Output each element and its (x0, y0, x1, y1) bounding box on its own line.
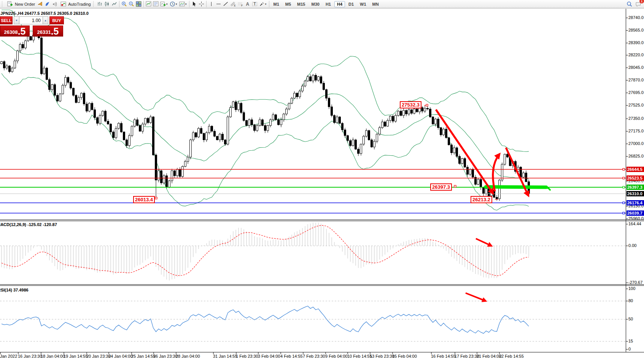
price-axis-tick[interactable]: 28390.0 (628, 40, 644, 45)
volume-decrease-button[interactable]: ▼ (14, 16, 19, 24)
chevron-down-icon[interactable]: ▼ (185, 3, 187, 5)
time-axis-tick[interactable]: 16 Jan 23:30 (18, 354, 42, 358)
publisher-icon[interactable] (37, 0, 44, 8)
time-axis-tick[interactable]: 15 Feb 04:00 (392, 354, 417, 358)
indicators-icon[interactable] (145, 0, 152, 8)
price-axis-tick[interactable]: 28740.0 (628, 15, 644, 20)
text-label-icon[interactable]: T (251, 0, 258, 8)
macd-scale-tick: -270.67 (628, 280, 642, 285)
price-axis-tick[interactable]: 26825.0 (628, 154, 644, 158)
fibonacci-icon[interactable]: E (229, 0, 237, 8)
crosshair-icon[interactable] (198, 0, 205, 8)
time-axis-tick[interactable]: 31 Jan 14:55 (213, 354, 237, 358)
timeframe-m1[interactable]: M1 (271, 1, 282, 7)
time-axis-tick[interactable]: 20 Jan 23:30 (86, 354, 111, 358)
macd-scale-tick: 0.00 (628, 243, 636, 248)
new-order-icon (6, 0, 14, 8)
candlestick-chart-icon[interactable] (103, 0, 111, 8)
rsi-scale-tick: 0 (628, 347, 631, 351)
search-icon[interactable] (626, 0, 633, 8)
price-axis-tick[interactable]: 28045.0 (628, 65, 644, 70)
autotrading-icon (60, 0, 67, 8)
time-axis-tick[interactable]: 7 Feb 23:30 (303, 354, 325, 358)
buy-price-display[interactable]: 26331 .5 (33, 25, 63, 37)
time-axis-tick[interactable]: Jan 2022 (0, 354, 17, 358)
price-annotation[interactable]: 26213.2 (471, 196, 492, 203)
time-axis-tick[interactable]: 26 Jan 23:30 (153, 354, 178, 358)
chevron-down-icon[interactable]: ▼ (175, 3, 178, 5)
cursor-icon[interactable] (191, 0, 198, 8)
chart-canvas[interactable] (0, 0, 644, 360)
price-axis-tick[interactable]: 28565.0 (628, 28, 644, 32)
volume-increase-button[interactable]: ▲ (43, 16, 48, 24)
new-order-button[interactable]: New Order (5, 0, 37, 8)
chevron-down-icon[interactable]: ▼ (166, 3, 168, 5)
toolbar-separator (269, 1, 269, 7)
price-axis-tick[interactable]: 27175.0 (628, 129, 644, 133)
buy-button[interactable]: BUY (49, 16, 64, 24)
timeframe-h1[interactable]: H1 (323, 1, 334, 7)
price-axis-tick[interactable]: 27525.0 (628, 103, 644, 107)
volume-input[interactable] (19, 16, 43, 24)
time-axis-tick[interactable]: 18 Jan 04:00 (41, 354, 65, 358)
autotrading-button[interactable]: AutoTrading (58, 0, 92, 8)
horizontal-line-icon[interactable] (215, 0, 222, 8)
rsi-label: RSI(14) 37.4986 (0, 288, 29, 292)
price-axis-tick[interactable]: 25960.0 (628, 216, 644, 221)
time-axis-tick[interactable]: 28 Jan 04:00 (176, 354, 200, 358)
price-annotation[interactable]: 26013.4 (133, 196, 155, 203)
text-icon[interactable]: A (244, 0, 251, 8)
zoom-in-icon[interactable] (121, 0, 128, 8)
line-chart-icon[interactable] (111, 0, 118, 8)
timeframe-m15[interactable]: M15 (294, 1, 308, 7)
price-annotation[interactable]: 27532.3 (400, 101, 421, 108)
timeframe-w1[interactable]: W1 (357, 1, 369, 7)
time-axis-tick[interactable]: 13 Feb 23:30 (370, 354, 394, 358)
price-axis-tick[interactable]: 28220.0 (628, 53, 644, 57)
price-tag: 26644.5 (627, 167, 644, 172)
sell-button[interactable]: SELL (0, 16, 13, 24)
price-axis-tick[interactable]: 27695.0 (628, 90, 644, 95)
time-axis-tick[interactable]: 24 Jan 04:00 (108, 354, 133, 358)
trendline-icon[interactable] (222, 0, 229, 8)
indicator-list-icon[interactable] (152, 0, 159, 8)
time-axis-tick[interactable]: 9 Feb 04:00 (325, 354, 348, 358)
time-axis-tick[interactable]: 22 Feb 14:55 (499, 354, 524, 358)
buy-label: BUY (52, 18, 61, 23)
timeframe-h4[interactable]: H4 (334, 1, 345, 7)
timeframe-m30[interactable]: M30 (309, 1, 322, 7)
time-axis-tick[interactable]: 17 Feb 23:30 (455, 354, 479, 358)
time-axis-tick[interactable]: 3 Feb 04:00 (258, 354, 280, 358)
mql-community-icon[interactable] (44, 0, 51, 8)
tile-windows-icon[interactable] (135, 0, 142, 8)
rsi-scale-tick: 80 (628, 298, 633, 303)
terminal-window: New Order AutoTrading (0, 0, 644, 360)
timeframe-d1[interactable]: D1 (346, 1, 356, 7)
notification-badge: 1 (639, 0, 644, 3)
sell-price-display[interactable]: 26308 .5 (0, 25, 30, 37)
time-axis-tick[interactable]: 10 Feb 14:55 (347, 354, 372, 358)
price-axis-tick[interactable]: 27870.0 (628, 78, 644, 82)
price-tag: 26523.5 (627, 175, 644, 181)
buy-price-int: 26331 (37, 29, 51, 36)
time-axis-tick[interactable]: 19 Jan 14:55 (64, 354, 88, 358)
buy-price-dec: .5 (51, 27, 59, 36)
timeframe-mn[interactable]: MN (370, 1, 382, 7)
time-axis-tick[interactable]: 4 Feb 14:55 (280, 354, 303, 358)
chat-icon[interactable]: 1 (634, 0, 642, 8)
time-axis-tick[interactable]: 25 Jan 14:55 (131, 354, 156, 358)
time-axis-tick[interactable]: 16 Feb 14:55 (431, 354, 456, 358)
price-axis-tick[interactable]: 27000.0 (628, 141, 644, 146)
signals-icon[interactable] (51, 0, 58, 8)
timeframe-m5[interactable]: M5 (283, 1, 294, 7)
zoom-out-icon[interactable] (128, 0, 135, 8)
vertical-line-icon[interactable] (208, 0, 215, 8)
price-annotation[interactable]: 26397.3 (430, 183, 452, 191)
time-axis-tick[interactable]: 1 Feb 23:30 (236, 354, 258, 358)
toolbar-separator (143, 1, 144, 7)
chevron-down-icon[interactable]: ▼ (265, 3, 267, 5)
time-axis-tick[interactable]: 21 Feb 04:00 (477, 354, 501, 358)
fibo-grid-icon[interactable]: F (237, 0, 244, 8)
price-axis-tick[interactable]: 27350.0 (628, 116, 644, 121)
bar-chart-icon[interactable] (96, 0, 103, 8)
